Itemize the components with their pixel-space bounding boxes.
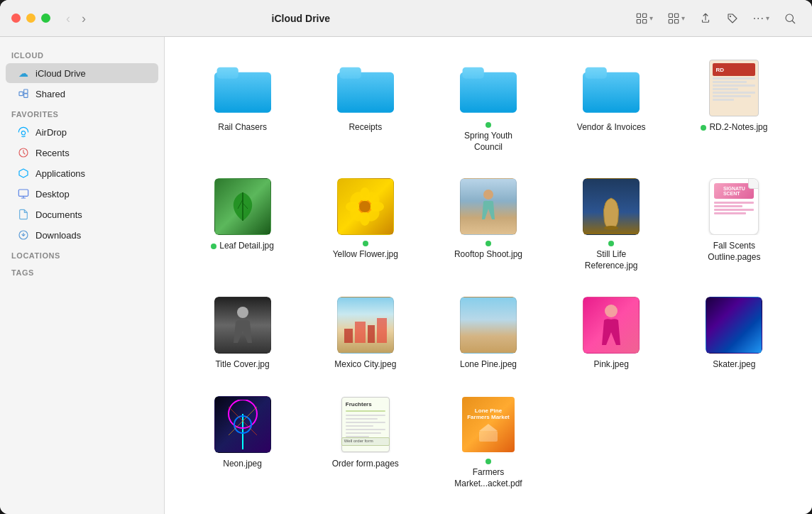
leaf-svg <box>225 189 260 224</box>
file-item-vendor-invoices[interactable]: Vendor & Invoices <box>554 54 669 158</box>
forward-button[interactable]: › <box>77 11 90 26</box>
favorites-section-header: Favorites <box>0 104 164 121</box>
image-thumbnail <box>337 297 394 354</box>
view-options-button[interactable]: ▾ <box>663 9 689 28</box>
shared-icon <box>17 87 30 100</box>
sync-status-dot <box>485 122 491 128</box>
file-item-skater[interactable]: Skater.jpeg <box>676 291 792 376</box>
mexicocity-preview <box>337 297 394 354</box>
image-thumbnail <box>337 178 394 235</box>
person-pink-svg <box>599 302 624 349</box>
file-item-receipts[interactable]: Receipts <box>307 54 423 158</box>
person-svg <box>478 187 499 226</box>
sidebar-item-label: Desktop <box>35 189 70 199</box>
file-item-rail-chasers[interactable]: Rail Chasers <box>185 54 300 158</box>
file-grid: Rail Chasers <box>185 54 792 495</box>
pages-thumbnail: Fruchters Well order form <box>337 396 394 453</box>
file-item-yellow-flower[interactable]: Yellow Flower.jpg <box>307 173 423 277</box>
minimize-button[interactable] <box>26 13 35 23</box>
person-bw-svg <box>232 304 253 346</box>
traffic-lights <box>11 13 50 23</box>
file-label: Pink.jpeg <box>594 359 629 371</box>
folder-thumbnail <box>214 60 271 116</box>
svg-rect-0 <box>637 13 640 17</box>
sidebar-item-label: iCloud Drive <box>35 68 86 79</box>
folder-icon <box>583 60 640 116</box>
file-item-still-life[interactable]: Still Life Reference.jpg <box>554 173 669 277</box>
sidebar-item-shared[interactable]: Shared <box>6 84 158 104</box>
file-label: Rail Chasers <box>218 122 267 133</box>
more-button[interactable]: ··· ▾ <box>749 9 774 28</box>
file-label: Vendor & Invoices <box>577 122 646 133</box>
back-button[interactable]: ‹ <box>62 11 75 26</box>
file-item-leaf-detail[interactable]: Leaf Detail.jpg <box>185 173 300 277</box>
file-item-order-form[interactable]: Fruchters Well order form <box>307 390 423 495</box>
file-label: Farmers Market...acket.pdf <box>453 459 524 489</box>
folder-thumbnail <box>460 60 517 116</box>
maximize-button[interactable] <box>41 13 50 23</box>
view-grid-button[interactable]: ▾ <box>631 9 657 28</box>
sidebar-item-airdrop[interactable]: AirDrop <box>6 122 158 142</box>
sidebar-item-label: Applications <box>35 168 85 179</box>
sidebar-item-icloud-drive[interactable]: ☁ iCloud Drive <box>6 63 158 83</box>
file-label: Skater.jpeg <box>713 359 755 371</box>
sidebar-item-recents[interactable]: Recents <box>6 143 158 163</box>
image-thumbnail: RD <box>706 60 762 116</box>
svg-rect-10 <box>19 92 23 95</box>
file-label: Title Cover.jpg <box>215 359 269 371</box>
svg-point-35 <box>604 226 618 230</box>
search-icon <box>784 12 796 25</box>
recents-icon <box>17 146 30 159</box>
file-item-title-cover[interactable]: Title Cover.jpg <box>185 291 300 376</box>
sync-status-dot <box>608 241 614 246</box>
documents-icon <box>17 208 30 221</box>
sidebar-item-label: Documents <box>35 209 82 220</box>
orderform-preview: Fruchters Well order form <box>341 397 390 452</box>
file-item-rooftop-shoot[interactable]: Rooftop Shoot.jpg <box>430 173 546 277</box>
svg-rect-1 <box>642 13 646 17</box>
svg-rect-40 <box>377 318 387 343</box>
tags-button[interactable] <box>722 9 743 28</box>
lonepine-preview <box>460 297 517 354</box>
sidebar-item-downloads[interactable]: Downloads <box>6 225 158 245</box>
sidebar-item-desktop[interactable]: Desktop <box>6 184 158 204</box>
search-button[interactable] <box>779 9 801 28</box>
file-item-neon[interactable]: Neon.jpeg <box>185 390 300 495</box>
desktop-icon <box>17 187 30 200</box>
file-item-farmers-market[interactable]: Lone PineFarmers Market Farmers Market..… <box>430 390 546 495</box>
file-item-pink[interactable]: Pink.jpeg <box>554 291 669 376</box>
image-thumbnail <box>214 178 271 235</box>
titlecover-preview <box>214 297 271 354</box>
sync-status-dot <box>701 125 706 131</box>
sidebar-item-label: Recents <box>35 148 70 158</box>
rooftop-preview <box>460 178 517 235</box>
file-label: Neon.jpeg <box>223 459 262 470</box>
folder-icon <box>214 60 271 116</box>
folder-thumbnail <box>337 60 394 116</box>
locations-section-header: Locations <box>0 246 164 263</box>
file-item-lone-pine[interactable]: Lone Pine.jpeg <box>430 291 546 376</box>
close-button[interactable] <box>11 13 21 23</box>
applications-icon <box>17 167 30 180</box>
svg-point-8 <box>730 15 731 16</box>
sidebar-item-applications[interactable]: Applications <box>6 163 158 183</box>
file-item-rd-notes[interactable]: RD RD.2-Notes.jpg <box>676 54 792 158</box>
share-button[interactable] <box>695 9 716 28</box>
file-item-mexico-city[interactable]: Mexico City.jpeg <box>307 291 423 376</box>
sidebar-item-documents[interactable]: Documents <box>6 204 158 224</box>
sync-status-dot <box>485 241 491 246</box>
image-thumbnail <box>214 396 271 453</box>
svg-point-33 <box>359 201 371 212</box>
file-item-spring-youth-council[interactable]: Spring Youth Council <box>430 54 546 158</box>
file-item-fall-scents[interactable]: SIGNATUSCENT Fall Scents Outline.pages <box>676 173 792 277</box>
svg-rect-2 <box>637 19 640 23</box>
file-label: Mexico City.jpeg <box>334 359 396 371</box>
svg-rect-14 <box>18 190 28 196</box>
sidebar-item-label: Downloads <box>35 230 81 241</box>
flower-preview <box>337 178 394 235</box>
svg-point-34 <box>483 190 493 199</box>
file-label: Spring Youth Council <box>453 122 524 153</box>
file-label: Yellow Flower.jpg <box>330 241 401 261</box>
pdf-thumbnail: Lone PineFarmers Market <box>460 396 517 453</box>
nav-buttons: ‹ › <box>62 11 90 26</box>
